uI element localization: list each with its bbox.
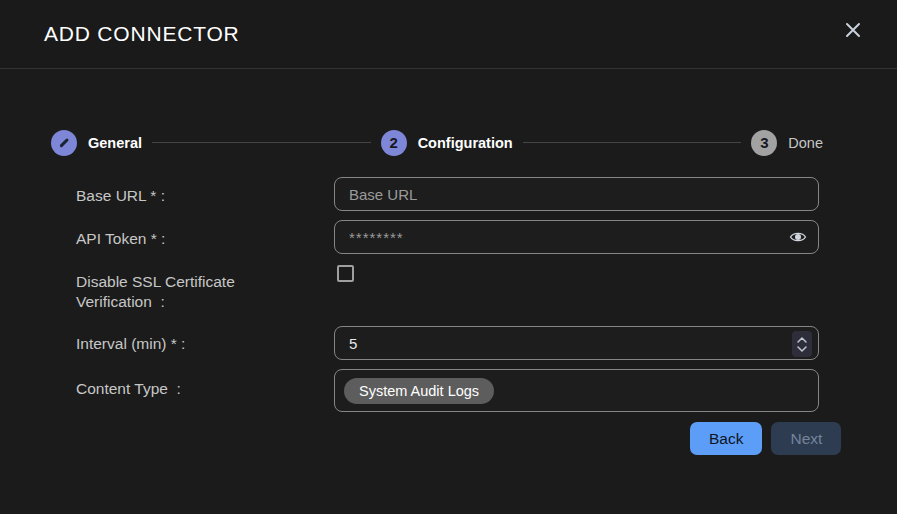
close-icon <box>843 20 863 40</box>
modal-header: ADD CONNECTOR <box>0 0 897 69</box>
interval-input[interactable] <box>335 327 818 359</box>
next-button[interactable]: Next <box>771 422 841 455</box>
close-button[interactable] <box>841 18 865 42</box>
modal-body: General 2 Configuration 3 Done Base URL … <box>0 69 897 513</box>
pencil-icon <box>58 136 71 149</box>
action-buttons: Back Next <box>690 422 841 455</box>
stepper-connector <box>152 142 371 143</box>
add-connector-modal: ADD CONNECTOR General 2 Configuration <box>0 0 897 514</box>
modal-title: ADD CONNECTOR <box>44 22 240 46</box>
ssl-verification-label: Disable SSL Certificate Verification : <box>76 272 271 312</box>
number-stepper[interactable] <box>792 331 812 357</box>
stepper-connector <box>523 142 742 143</box>
base-url-label: Base URL * : <box>76 186 271 206</box>
interval-field <box>334 326 819 360</box>
step-configuration[interactable]: 2 Configuration <box>381 130 513 156</box>
toggle-password-visibility-button[interactable] <box>786 225 810 249</box>
step-done-badge: 3 <box>751 130 777 156</box>
api-token-field <box>334 220 819 254</box>
interval-label: Interval (min) * : <box>76 334 271 354</box>
eye-icon <box>789 230 807 244</box>
content-type-label: Content Type : <box>76 379 271 399</box>
api-token-label: API Token * : <box>76 229 271 249</box>
step-general-badge <box>51 130 77 156</box>
base-url-input[interactable] <box>335 178 818 210</box>
step-configuration-label: Configuration <box>418 135 513 151</box>
back-button[interactable]: Back <box>690 422 762 455</box>
content-type-field[interactable]: System Audit Logs <box>334 369 819 412</box>
step-done: 3 Done <box>751 130 823 156</box>
ssl-verification-checkbox[interactable] <box>337 265 354 282</box>
base-url-field <box>334 177 819 211</box>
step-general[interactable]: General <box>51 130 142 156</box>
step-general-label: General <box>88 135 142 151</box>
content-type-tag[interactable]: System Audit Logs <box>344 378 494 404</box>
stepper: General 2 Configuration 3 Done <box>51 129 823 156</box>
chevron-down-icon <box>797 346 807 352</box>
chevron-up-icon <box>797 337 807 343</box>
step-done-label: Done <box>788 135 823 151</box>
api-token-input[interactable] <box>335 221 818 253</box>
step-configuration-badge: 2 <box>381 130 407 156</box>
